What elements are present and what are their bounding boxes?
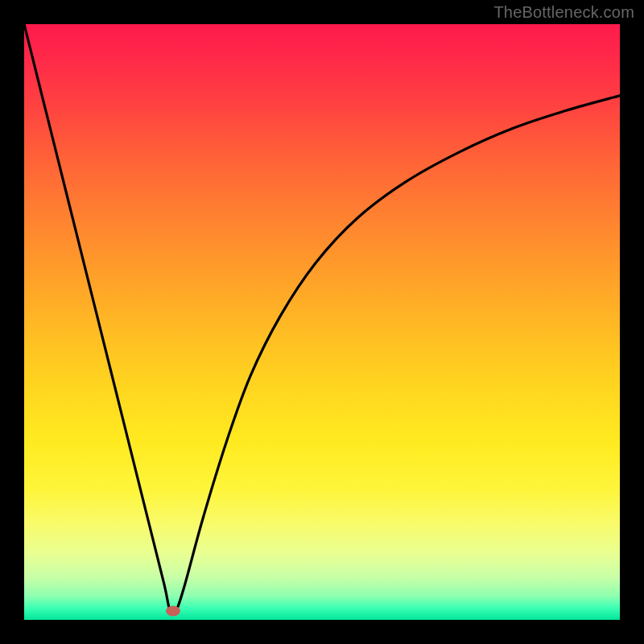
plot-area [24,24,620,620]
curve-layer [24,24,620,620]
min-marker [166,605,180,616]
bottleneck-curve [24,24,620,614]
chart-container: TheBottleneck.com [0,0,644,644]
watermark-label: TheBottleneck.com [493,3,634,22]
